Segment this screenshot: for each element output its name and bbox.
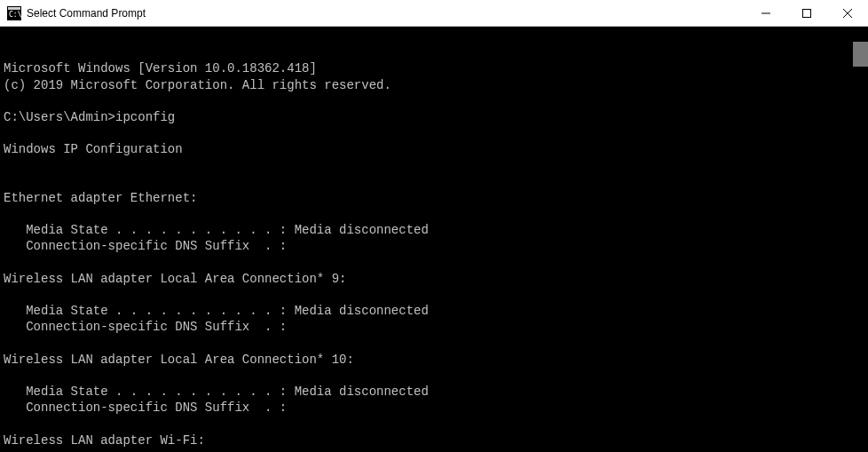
terminal-line: Ethernet adapter Ethernet: — [4, 190, 864, 206]
terminal-line — [4, 125, 864, 141]
terminal-line — [4, 448, 864, 452]
terminal-line: Wireless LAN adapter Wi-Fi: — [4, 432, 864, 448]
terminal-line: Media State . . . . . . . . . . . : Medi… — [4, 303, 864, 319]
terminal-line — [4, 174, 864, 190]
cmd-icon: C:\ — [7, 6, 21, 20]
maximize-button[interactable] — [786, 0, 827, 26]
terminal-line — [4, 206, 864, 222]
svg-rect-4 — [803, 9, 811, 17]
svg-rect-1 — [8, 7, 20, 10]
terminal-line — [4, 336, 864, 352]
window-title: Select Command Prompt — [27, 7, 746, 20]
terminal-line: (c) 2019 Microsoft Corporation. All righ… — [4, 77, 864, 93]
terminal-line: Connection-specific DNS Suffix . : — [4, 319, 864, 335]
window-controls — [746, 0, 868, 26]
terminal-line — [4, 93, 864, 109]
svg-text:C:\: C:\ — [9, 11, 21, 19]
scrollbar[interactable] — [853, 27, 868, 452]
titlebar: C:\ Select Command Prompt — [0, 0, 868, 27]
terminal-line: Windows IP Configuration — [4, 141, 864, 157]
terminal-line: Media State . . . . . . . . . . . : Medi… — [4, 222, 864, 238]
terminal-line: C:\Users\Admin>ipconfig — [4, 109, 864, 125]
terminal-line: Wireless LAN adapter Local Area Connecti… — [4, 352, 864, 368]
scroll-track[interactable] — [853, 42, 868, 452]
terminal-line — [4, 368, 864, 384]
terminal-line — [4, 416, 864, 432]
terminal-output[interactable]: Microsoft Windows [Version 10.0.18362.41… — [0, 27, 868, 452]
terminal-line: Media State . . . . . . . . . . . : Medi… — [4, 384, 864, 400]
terminal-line — [4, 287, 864, 303]
terminal-line: Microsoft Windows [Version 10.0.18362.41… — [4, 60, 864, 76]
scroll-thumb[interactable] — [853, 42, 868, 67]
minimize-button[interactable] — [746, 0, 786, 26]
terminal-line: Connection-specific DNS Suffix . : — [4, 238, 864, 254]
close-button[interactable] — [827, 0, 868, 26]
terminal-line — [4, 158, 864, 174]
terminal-line: Connection-specific DNS Suffix . : — [4, 400, 864, 416]
terminal-line: Wireless LAN adapter Local Area Connecti… — [4, 271, 864, 287]
terminal-line — [4, 255, 864, 271]
